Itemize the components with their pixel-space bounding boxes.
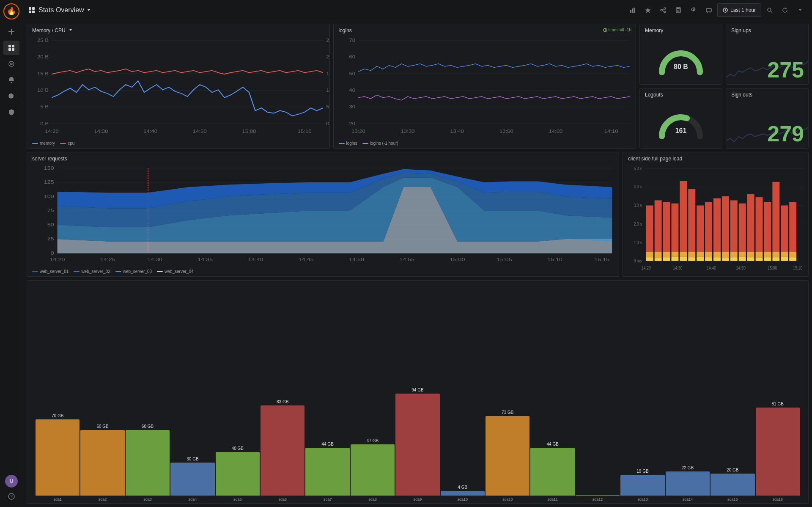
refresh-btn[interactable] — [778, 3, 792, 17]
svg-rect-2 — [8, 45, 11, 47]
dropdown-btn[interactable] — [793, 3, 807, 17]
signouts-panel: Sign outs 279 — [726, 88, 809, 149]
svg-text:14:20: 14:20 — [45, 129, 59, 134]
svg-text:15 B: 15 B — [37, 71, 49, 77]
svg-rect-133 — [671, 204, 678, 252]
svg-marker-35 — [69, 29, 72, 31]
right-panels: Memory 80 B Sign — [639, 24, 809, 149]
signups-value: 275 — [767, 59, 804, 81]
star-btn[interactable] — [641, 3, 655, 17]
logins-svg: 70 60 50 40 30 20 13:20 13:30 13:40 13:5 — [334, 35, 636, 139]
logins-legend: logins logins (-1 hour) — [334, 139, 636, 148]
svg-text:13:20: 13:20 — [351, 129, 365, 134]
legend-cpu: cpu — [60, 141, 74, 146]
svg-text:15:10: 15:10 — [547, 258, 562, 262]
page-title: Stats Overview — [38, 6, 91, 14]
svg-rect-156 — [730, 257, 738, 261]
svg-rect-157 — [739, 204, 746, 252]
svg-rect-171 — [772, 257, 779, 261]
sidebar-item-explore[interactable] — [3, 57, 19, 71]
svg-rect-143 — [697, 252, 704, 257]
legend-logins: logins — [339, 141, 357, 146]
svg-text:25: 25 — [47, 237, 54, 241]
svg-rect-168 — [764, 257, 771, 261]
svg-point-19 — [664, 8, 666, 9]
memory-cpu-legend: memory cpu — [27, 139, 329, 148]
sidebar-item-config[interactable] — [3, 89, 19, 103]
search-btn[interactable] — [763, 3, 776, 17]
svg-text:20%: 20% — [326, 54, 329, 60]
signups-title: Sign ups — [726, 24, 808, 35]
sidebar-item-shield[interactable] — [3, 105, 19, 119]
svg-rect-147 — [705, 257, 712, 261]
svg-line-23 — [662, 11, 664, 11]
svg-rect-142 — [697, 206, 704, 252]
client-page-load-chart: 5.0 s 4.0 s 3.0 s 2.0 s 1.0 s 0 ms — [623, 163, 808, 276]
signups-content: 275 — [726, 35, 808, 84]
svg-rect-137 — [680, 252, 687, 257]
user-avatar[interactable]: U — [5, 475, 18, 488]
svg-marker-18 — [645, 8, 650, 13]
svg-text:20 B: 20 B — [37, 54, 49, 60]
svg-rect-152 — [722, 252, 729, 258]
svg-rect-155 — [730, 252, 738, 257]
legend-memory: memory — [32, 141, 55, 146]
tv-btn[interactable] — [702, 3, 716, 17]
disk-bar-sda9: 94 GB sda9 — [395, 388, 439, 501]
svg-text:14:50: 14:50 — [193, 129, 207, 134]
svg-text:2.0 s: 2.0 s — [634, 221, 642, 226]
svg-rect-146 — [705, 252, 712, 257]
client-page-load-svg: 5.0 s 4.0 s 3.0 s 2.0 s 1.0 s 0 ms — [623, 163, 808, 276]
svg-rect-160 — [747, 194, 754, 252]
svg-rect-129 — [655, 258, 662, 261]
svg-rect-28 — [706, 8, 711, 12]
svg-text:14:10: 14:10 — [604, 129, 618, 134]
memory-cpu-title: Memory / CPU — [27, 24, 329, 35]
logouts-panel: Logouts 161 — [639, 88, 722, 149]
svg-rect-175 — [789, 202, 796, 252]
save-btn[interactable] — [672, 3, 685, 17]
disk-bar-sda3: 60 GB sda3 — [126, 424, 170, 501]
sidebar-item-help[interactable]: ? — [3, 489, 19, 504]
dashboard: Memory / CPU 25 B 20 B — [23, 20, 812, 507]
svg-text:1.0 s: 1.0 s — [634, 240, 642, 245]
legend-ws03: web_server_03 — [115, 269, 152, 274]
svg-rect-173 — [781, 252, 788, 257]
svg-text:10%: 10% — [326, 88, 329, 93]
memory-cpu-chart: 25 B 20 B 15 B 10 B 5 B 0 B 25% 20% 15% … — [27, 35, 329, 139]
sidebar-item-alerting[interactable] — [3, 73, 19, 87]
svg-text:14:55: 14:55 — [399, 258, 414, 262]
svg-text:14:30: 14:30 — [147, 258, 162, 262]
chart-btn[interactable] — [626, 3, 639, 17]
title-dropdown-icon[interactable] — [87, 8, 91, 12]
svg-rect-145 — [705, 202, 712, 252]
svg-rect-130 — [663, 202, 670, 252]
svg-text:125: 125 — [44, 180, 54, 185]
svg-rect-167 — [764, 252, 771, 257]
svg-text:60: 60 — [349, 54, 355, 60]
memory-gauge-content: 80 B — [640, 35, 722, 84]
svg-rect-17 — [634, 8, 635, 13]
svg-text:13:50: 13:50 — [499, 129, 513, 134]
row-2: server requests 150 125 — [27, 152, 809, 277]
panel-menu-icon[interactable] — [69, 28, 73, 32]
settings-btn[interactable] — [687, 3, 700, 17]
svg-rect-144 — [697, 257, 704, 261]
sidebar-item-add[interactable] — [3, 25, 19, 39]
svg-rect-161 — [747, 252, 754, 257]
svg-rect-125 — [646, 252, 653, 257]
sidebar-item-dashboards[interactable] — [3, 41, 19, 55]
signouts-content: 279 — [726, 99, 808, 149]
time-range-selector[interactable]: Last 1 hour — [717, 3, 761, 17]
share-btn[interactable] — [656, 3, 670, 17]
svg-rect-162 — [747, 257, 754, 261]
svg-rect-141 — [688, 257, 695, 261]
sidebar: 🔥 U ? — [0, 0, 23, 507]
svg-text:50: 50 — [47, 223, 54, 227]
svg-rect-165 — [756, 258, 763, 261]
svg-rect-16 — [632, 8, 633, 13]
svg-text:15%: 15% — [326, 71, 329, 77]
svg-rect-163 — [756, 197, 763, 252]
memory-gauge-title: Memory — [640, 24, 722, 35]
svg-rect-124 — [646, 206, 653, 252]
